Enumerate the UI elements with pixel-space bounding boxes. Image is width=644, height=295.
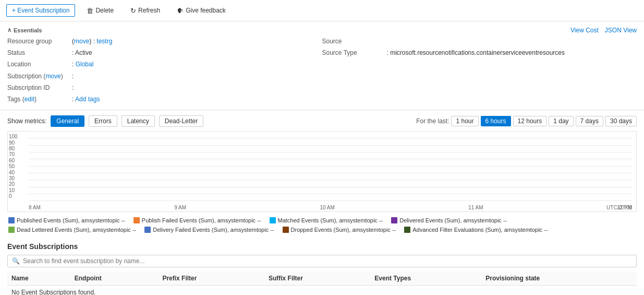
- time-range: For the last: 1 hour 6 hours 12 hours 1 …: [416, 116, 637, 126]
- resource-group-value-link[interactable]: testrg: [96, 38, 112, 45]
- metric-tab-latency[interactable]: Latency: [121, 115, 155, 127]
- metrics-left: Show metrics: General Errors Latency Dea…: [7, 115, 203, 127]
- toolbar: + Event Subscription 🗑 Delete ↻ Refresh …: [0, 0, 644, 21]
- metrics-header: Show metrics: General Errors Latency Dea…: [7, 115, 637, 127]
- grid-line-0: [29, 200, 632, 201]
- chart-legend: Published Events (Sum), amsystemtopic --…: [7, 214, 637, 236]
- essentials-col-left: Resource group (move) : testrg Status : …: [7, 37, 322, 104]
- view-cost-link[interactable]: View Cost: [570, 27, 599, 34]
- location-value-link[interactable]: Global: [76, 61, 94, 68]
- grid-line-40: [29, 173, 632, 173]
- search-box[interactable]: 🔍: [7, 255, 637, 267]
- delete-icon: 🗑: [87, 7, 93, 15]
- resource-group-row: Resource group (move) : testrg: [7, 37, 322, 46]
- tags-row: Tags (edit) : Add tags: [7, 95, 322, 104]
- subscription-row: Subscription (move) :: [7, 72, 322, 81]
- subscription-move-link[interactable]: move: [45, 73, 60, 80]
- refresh-icon: ↻: [130, 7, 136, 15]
- essentials-grid: Resource group (move) : testrg Status : …: [7, 37, 637, 104]
- essentials-header: ∧ Essentials: [7, 27, 637, 33]
- subscriptions-table: Name Endpoint Prefix Filter Suffix Filte…: [7, 272, 637, 295]
- legend-color-advanced-filter: [404, 227, 410, 233]
- col-event-types: Event Types: [370, 272, 481, 286]
- subscription-id-row: Subscription ID :: [7, 83, 322, 93]
- table-body: No Event Subscriptions found.: [7, 286, 637, 295]
- time-btn-1hour[interactable]: 1 hour: [451, 116, 478, 126]
- tags-edit-link[interactable]: edit: [25, 96, 34, 103]
- grid-line-20: [29, 187, 632, 187]
- legend-item-delivered: Delivered Events (Sum), amsystemtopic --: [391, 217, 507, 223]
- legend-item-matched: Matched Events (Sum), amsystemtopic --: [270, 217, 383, 223]
- time-btn-6hours[interactable]: 6 hours: [481, 116, 511, 126]
- status-row: Status : Active: [7, 48, 322, 58]
- table-header-row: Name Endpoint Prefix Filter Suffix Filte…: [7, 272, 637, 286]
- resource-group-move-link[interactable]: move: [74, 38, 89, 45]
- grid-line-80: [29, 145, 632, 146]
- legend-color-publish-failed: [133, 217, 140, 223]
- legend-color-delivery-failed: [144, 227, 151, 233]
- grid-line-50: [29, 166, 632, 167]
- grid-line-90: [29, 138, 632, 138]
- time-btn-12hours[interactable]: 12 hours: [513, 116, 547, 126]
- feedback-icon: 🗣: [177, 7, 184, 15]
- metric-tab-general[interactable]: General: [51, 115, 84, 127]
- time-btn-30days[interactable]: 30 days: [605, 116, 637, 126]
- col-endpoint: Endpoint: [70, 272, 159, 286]
- json-view-link[interactable]: JSON View: [605, 27, 637, 34]
- col-name: Name: [7, 272, 70, 286]
- search-input[interactable]: [23, 257, 632, 265]
- legend-item-advanced-filter: Advanced Filter Evaluations (Sum), amsys…: [404, 227, 548, 233]
- add-tags-link[interactable]: Add tags: [75, 96, 100, 103]
- chart-grid-lines: [29, 132, 632, 201]
- grid-line-10: [29, 194, 632, 194]
- chart-area: 0 10 20 30 40 50 60 70 80 90 100 8 AM: [7, 131, 637, 212]
- refresh-button[interactable]: ↻ Refresh: [125, 5, 165, 17]
- add-event-subscription-button[interactable]: + Event Subscription: [6, 4, 75, 17]
- col-provisioning: Provisioning state: [481, 272, 637, 286]
- time-btn-1day[interactable]: 1 day: [549, 116, 573, 126]
- location-row: Location : Global: [7, 60, 322, 69]
- essentials-col-right: Source Source Type : microsoft.resourcen…: [322, 37, 637, 104]
- metric-tab-errors[interactable]: Errors: [89, 115, 117, 127]
- chart-x-labels: 8 AM 9 AM 10 AM 11 AM 12 PM: [29, 205, 632, 210]
- legend-color-delivered: [391, 217, 397, 223]
- legend-item-dead-lettered: Dead Lettered Events (Sum), amsystemtopi…: [8, 227, 136, 233]
- no-data-message: No Event Subscriptions found.: [7, 286, 637, 295]
- legend-item-publish-failed: Publish Failed Events (Sum), amsystemtop…: [133, 217, 261, 223]
- legend-color-dead-lettered: [8, 227, 15, 233]
- search-icon: 🔍: [12, 257, 20, 265]
- legend-item-delivery-failed: Delivery Failed Events (Sum), amsystemto…: [144, 227, 274, 233]
- legend-item-published: Published Events (Sum), amsystemtopic --: [8, 217, 125, 223]
- col-prefix: Prefix Filter: [158, 272, 264, 286]
- essentials-section: ∧ Essentials Resource group (move) : tes…: [0, 21, 644, 110]
- legend-color-published: [8, 217, 15, 223]
- legend-color-matched: [270, 217, 276, 223]
- time-btn-7days[interactable]: 7 days: [576, 116, 603, 126]
- metric-tab-dead-letter[interactable]: Dead-Letter: [159, 115, 203, 127]
- metrics-section: Show metrics: General Errors Latency Dea…: [0, 110, 644, 236]
- chart-y-labels: 0 10 20 30 40 50 60 70 80 90 100: [9, 132, 18, 201]
- legend-color-dropped: [283, 227, 289, 233]
- utc-label: UTC-07:00: [606, 205, 632, 210]
- table-header: Name Endpoint Prefix Filter Suffix Filte…: [7, 272, 637, 286]
- feedback-button[interactable]: 🗣 Give feedback: [172, 5, 231, 17]
- table-row-no-data: No Event Subscriptions found.: [7, 286, 637, 295]
- event-subscriptions-title: Event Subscriptions: [7, 242, 637, 251]
- event-subscriptions-section: Event Subscriptions 🔍 Name Endpoint Pref…: [0, 236, 644, 295]
- delete-button[interactable]: 🗑 Delete: [81, 5, 119, 17]
- legend-item-dropped: Dropped Events (Sum), amsystemtopic --: [283, 227, 396, 233]
- grid-line-60: [29, 159, 632, 159]
- grid-line-30: [29, 180, 632, 180]
- grid-line-100: [29, 131, 632, 132]
- source-row: Source: [322, 37, 637, 46]
- top-right-links: View Cost JSON View: [570, 27, 637, 34]
- source-type-row: Source Type : microsoft.resourcenotifica…: [322, 48, 637, 58]
- col-suffix: Suffix Filter: [264, 272, 370, 286]
- grid-line-70: [29, 152, 632, 152]
